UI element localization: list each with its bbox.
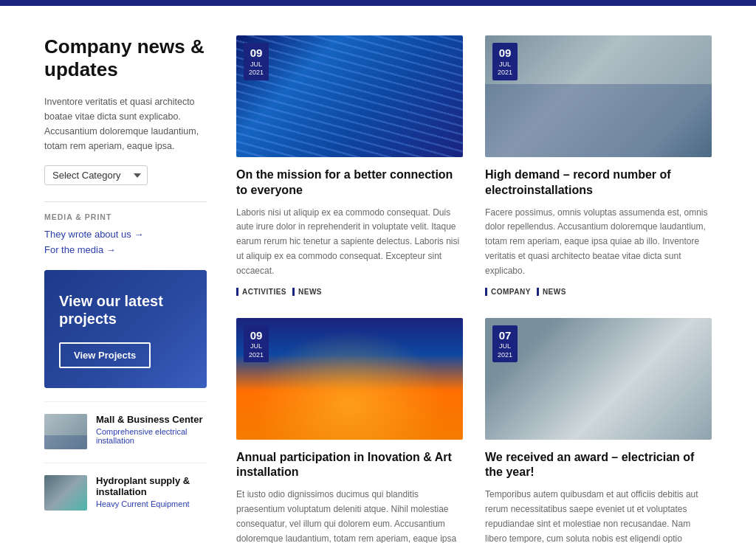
card-3-date-badge: 09 JUL 2021: [244, 325, 269, 363]
for-media-link[interactable]: For the media →: [44, 244, 207, 255]
card-3-image-wrapper: 09 JUL 2021: [236, 318, 463, 440]
project-2-image: [44, 475, 87, 511]
category-select[interactable]: Select Category: [44, 165, 148, 185]
banner-title: View our latest projects: [59, 292, 192, 328]
project-item-1: Mall & Business Center Comprehensive ele…: [44, 401, 207, 449]
card-2-image-wrapper: 09 JUL 2021: [485, 35, 712, 157]
card-1-tags: ACTIVITIES NEWS: [236, 288, 463, 296]
card-1-image-wrapper: 09 JUL 2021: [236, 35, 463, 157]
projects-banner: View our latest projects View Projects: [44, 270, 207, 388]
sidebar-description: Inventore veritatis et quasi architecto …: [44, 94, 207, 153]
media-label: MEDIA & PRINT: [44, 212, 207, 221]
main-content: 09 JUL 2021 On the mission for a better …: [236, 35, 712, 543]
card-3-image: [236, 318, 463, 440]
project-1-subtitle: Comprehensive electrical installation: [96, 427, 207, 445]
card-2-title: High demand – record number of electroin…: [485, 167, 712, 198]
view-projects-button[interactable]: View Projects: [59, 342, 151, 368]
tag-activities-1: ACTIVITIES: [236, 288, 286, 296]
tag-news-2: NEWS: [537, 288, 566, 296]
tag-news-1: NEWS: [292, 288, 322, 296]
news-card-3: 09 JUL 2021 Annual participation in Inov…: [236, 318, 463, 543]
card-1-body: Laboris nisi ut aliquip ex ea commodo co…: [236, 206, 463, 279]
card-4-image-wrapper: 07 JUL 2021: [485, 318, 712, 440]
banner-bg: [44, 270, 207, 388]
they-wrote-link[interactable]: They wrote about us →: [44, 229, 207, 240]
project-1-info: Mall & Business Center Comprehensive ele…: [96, 414, 207, 445]
project-1-title: Mall & Business Center: [96, 414, 207, 425]
card-1-image: [236, 35, 463, 157]
card-2-tags: COMPANY NEWS: [485, 288, 712, 296]
layout: Company news & updates Inventore veritat…: [44, 35, 712, 543]
news-card-2: 09 JUL 2021 High demand – record number …: [485, 35, 712, 296]
card-4-body: Temporibus autem quibusdam et aut offici…: [485, 488, 712, 543]
sidebar-title: Company news & updates: [44, 35, 207, 81]
project-2-title: Hydroplant supply & installation: [96, 475, 207, 497]
tag-company-2: COMPANY: [485, 288, 531, 296]
project-2-subtitle: Heavy Current Equipment: [96, 499, 207, 508]
project-item-2: Hydroplant supply & installation Heavy C…: [44, 463, 207, 511]
divider: [44, 201, 207, 202]
news-card-4: 07 JUL 2021 We received an award – elect…: [485, 318, 712, 543]
card-2-image: [485, 35, 712, 157]
card-2-date-badge: 09 JUL 2021: [492, 43, 518, 80]
news-grid: 09 JUL 2021 On the mission for a better …: [236, 35, 712, 543]
sidebar: Company news & updates Inventore veritat…: [44, 35, 207, 543]
card-3-body: Et iusto odio dignissimos ducimus qui bl…: [236, 488, 463, 543]
project-1-image: [44, 414, 87, 449]
card-1-title: On the mission for a better connection t…: [236, 167, 463, 198]
card-4-title: We received an award – electrician of th…: [485, 450, 712, 481]
news-card-1: 09 JUL 2021 On the mission for a better …: [236, 35, 463, 296]
card-1-date-badge: 09 JUL 2021: [244, 43, 269, 80]
card-3-title: Annual participation in Inovation & Art …: [236, 450, 463, 481]
project-2-info: Hydroplant supply & installation Heavy C…: [96, 475, 207, 508]
page-wrapper: Company news & updates Inventore veritat…: [0, 0, 756, 543]
card-2-body: Facere possimus, omnis voluptas assumend…: [485, 206, 712, 279]
card-4-date-badge: 07 JUL 2021: [492, 325, 518, 363]
card-4-image: [485, 318, 712, 440]
